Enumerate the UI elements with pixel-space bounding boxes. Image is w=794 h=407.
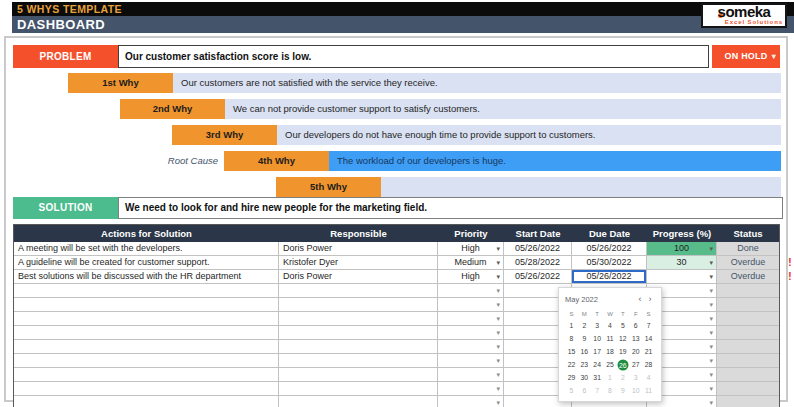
calendar-day[interactable]: 20 <box>629 345 642 358</box>
calendar-day[interactable]: 23 <box>578 358 591 371</box>
calendar-day[interactable]: 6 <box>578 384 591 397</box>
calendar-day[interactable]: 25 <box>604 358 617 371</box>
chevron-down-icon[interactable]: ▾ <box>709 340 713 353</box>
calendar-day[interactable]: 2 <box>616 371 629 384</box>
chevron-down-icon[interactable]: ▾ <box>496 242 500 255</box>
chevron-down-icon[interactable]: ▾ <box>496 298 500 311</box>
chevron-down-icon[interactable]: ▾ <box>709 298 713 311</box>
why-text-cell-4[interactable]: The workload of our developers is huge. <box>329 151 781 171</box>
calendar-day[interactable]: 18 <box>604 345 617 358</box>
why-text-cell-3[interactable]: Our developers do not have enough time t… <box>277 125 781 145</box>
chevron-down-icon[interactable]: ▾ <box>496 312 500 325</box>
responsible-cell[interactable]: Kristofer Dyer <box>279 256 438 269</box>
why-text-cell-5[interactable] <box>381 177 781 197</box>
priority-cell[interactable]: High▾ <box>438 242 504 255</box>
priority-cell[interactable]: ▾ <box>438 368 504 381</box>
calendar-day[interactable]: 19 <box>616 345 629 358</box>
chevron-down-icon[interactable]: ▾ <box>709 354 713 367</box>
calendar-selected-day[interactable]: 26 <box>617 359 628 370</box>
calendar-day[interactable]: 13 <box>629 332 642 345</box>
action-cell[interactable] <box>14 368 279 381</box>
chevron-down-icon[interactable]: ▾ <box>709 284 713 297</box>
action-cell[interactable] <box>14 354 279 367</box>
calendar-day[interactable]: 6 <box>629 319 642 332</box>
action-cell[interactable] <box>14 396 279 407</box>
calendar-day[interactable]: 24 <box>591 358 604 371</box>
calendar-day[interactable]: 8 <box>565 332 578 345</box>
start-date-cell[interactable]: 05/26/2022 <box>504 242 572 255</box>
calendar-day[interactable]: 5 <box>565 384 578 397</box>
action-cell[interactable] <box>14 340 279 353</box>
calendar-day[interactable]: 2 <box>578 319 591 332</box>
problem-status-dropdown[interactable]: ON HOLD ▾ <box>712 45 780 68</box>
calendar-day[interactable]: 4 <box>604 319 617 332</box>
due-date-cell[interactable]: 05/26/2022 <box>572 270 647 283</box>
calendar-day[interactable]: 27 <box>629 358 642 371</box>
action-cell[interactable] <box>14 312 279 325</box>
start-date-cell[interactable]: 05/28/2022 <box>504 256 572 269</box>
chevron-down-icon[interactable]: ▾ <box>496 354 500 367</box>
action-cell[interactable] <box>14 284 279 297</box>
chevron-down-icon[interactable]: ▾ <box>709 312 713 325</box>
chevron-down-icon[interactable]: ▾ <box>709 382 713 395</box>
chevron-down-icon[interactable]: ▾ <box>709 326 713 339</box>
calendar-day[interactable]: 3 <box>629 371 642 384</box>
problem-text-cell[interactable]: Our customer satisfaction score is low. <box>118 45 709 68</box>
calendar-day[interactable]: 10 <box>629 384 642 397</box>
calendar-day[interactable]: 16 <box>578 345 591 358</box>
calendar-day[interactable]: 1 <box>565 319 578 332</box>
calendar-day[interactable]: 22 <box>565 358 578 371</box>
responsible-cell[interactable] <box>279 340 438 353</box>
why-text-cell-2[interactable]: We can not provide customer support to s… <box>225 99 781 119</box>
due-date-cell[interactable]: 05/26/2022 <box>572 242 647 255</box>
calendar-day[interactable]: 15 <box>565 345 578 358</box>
calendar-day[interactable]: 11 <box>604 332 617 345</box>
action-cell[interactable]: A meeting will be set with the developer… <box>14 242 279 255</box>
responsible-cell[interactable] <box>279 312 438 325</box>
calendar-day[interactable]: 4 <box>642 371 655 384</box>
action-cell[interactable]: Best solutions will be discussed with th… <box>14 270 279 283</box>
calendar-day[interactable]: 14 <box>642 332 655 345</box>
responsible-cell[interactable] <box>279 354 438 367</box>
calendar-day[interactable]: 5 <box>616 319 629 332</box>
calendar-day[interactable]: 7 <box>591 384 604 397</box>
chevron-down-icon[interactable]: ▾ <box>496 396 500 407</box>
progress-cell[interactable]: ▾ <box>647 270 717 283</box>
chevron-down-icon[interactable]: ▾ <box>496 382 500 395</box>
priority-cell[interactable]: ▾ <box>438 284 504 297</box>
action-cell[interactable] <box>14 382 279 395</box>
calendar-day[interactable]: 17 <box>591 345 604 358</box>
calendar-day[interactable]: 21 <box>642 345 655 358</box>
calendar-day[interactable]: 3 <box>591 319 604 332</box>
priority-cell[interactable]: ▾ <box>438 354 504 367</box>
calendar-day[interactable]: 29 <box>565 371 578 384</box>
priority-cell[interactable]: Medium▾ <box>438 256 504 269</box>
chevron-down-icon[interactable]: ▾ <box>709 242 713 255</box>
responsible-cell[interactable] <box>279 368 438 381</box>
chevron-down-icon[interactable]: ▾ <box>709 396 713 407</box>
priority-cell[interactable]: ▾ <box>438 298 504 311</box>
chevron-down-icon[interactable]: ▾ <box>496 256 500 269</box>
calendar-day[interactable]: 9 <box>578 332 591 345</box>
chevron-down-icon[interactable]: ▾ <box>496 368 500 381</box>
start-date-cell[interactable]: 05/26/2022 <box>504 270 572 283</box>
chevron-down-icon[interactable]: ▾ <box>709 270 713 283</box>
calendar-day[interactable]: 31 <box>591 371 604 384</box>
progress-cell[interactable]: 100▾ <box>647 242 717 255</box>
solution-text-cell[interactable]: We need to look for and hire new people … <box>118 197 783 219</box>
priority-cell[interactable]: ▾ <box>438 326 504 339</box>
responsible-cell[interactable] <box>279 298 438 311</box>
priority-cell[interactable]: High▾ <box>438 270 504 283</box>
calendar-day[interactable]: 11 <box>642 384 655 397</box>
calendar-day[interactable]: 10 <box>591 332 604 345</box>
responsible-cell[interactable]: Doris Power <box>279 242 438 255</box>
action-cell[interactable]: A guideline will be created for customer… <box>14 256 279 269</box>
chevron-down-icon[interactable]: ▾ <box>496 270 500 283</box>
calendar-day[interactable]: 26 <box>616 358 629 371</box>
priority-cell[interactable]: ▾ <box>438 396 504 407</box>
calendar-next-icon[interactable]: › <box>645 294 655 304</box>
progress-cell[interactable]: 30▾ <box>647 256 717 269</box>
responsible-cell[interactable] <box>279 396 438 407</box>
priority-cell[interactable]: ▾ <box>438 340 504 353</box>
responsible-cell[interactable] <box>279 326 438 339</box>
